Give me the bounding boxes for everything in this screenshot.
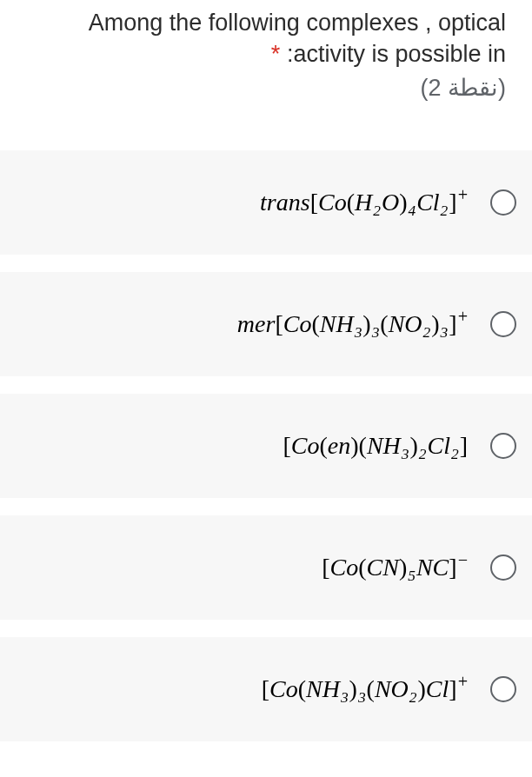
question-line-2: :activity is possible in (287, 41, 506, 67)
radio-button[interactable] (490, 676, 516, 702)
options-list: trans[Co(H2O)4Cl2]+ mer[Co(NH3)3(NO2)3]+… (0, 117, 532, 741)
option-formula: trans[Co(H2O)4Cl2]+ (26, 189, 490, 216)
radio-button[interactable] (490, 555, 516, 581)
option-formula: [Co(NH3)3(NO2)Cl]+ (26, 675, 490, 703)
radio-button[interactable] (490, 311, 516, 337)
option-row[interactable]: [Co(en)(NH3)2Cl2] (0, 394, 532, 498)
required-marker: * (271, 41, 281, 67)
points-text: (2 نقطة) (26, 74, 506, 102)
option-row[interactable]: trans[Co(H2O)4Cl2]+ (0, 150, 532, 255)
radio-button[interactable] (490, 433, 516, 459)
option-formula: [Co(en)(NH3)2Cl2] (26, 432, 490, 460)
radio-button[interactable] (490, 189, 516, 216)
question-text: Among the following complexes , optical … (26, 7, 506, 70)
option-row[interactable]: [Co(NH3)3(NO2)Cl]+ (0, 637, 532, 741)
question-header: Among the following complexes , optical … (0, 0, 532, 117)
question-line-1: Among the following complexes , optical (89, 10, 506, 36)
option-row[interactable]: [Co(CN)5NC]− (0, 515, 532, 620)
option-row[interactable]: mer[Co(NH3)3(NO2)3]+ (0, 272, 532, 376)
option-formula: [Co(CN)5NC]− (26, 554, 490, 581)
option-formula: mer[Co(NH3)3(NO2)3]+ (26, 310, 490, 338)
